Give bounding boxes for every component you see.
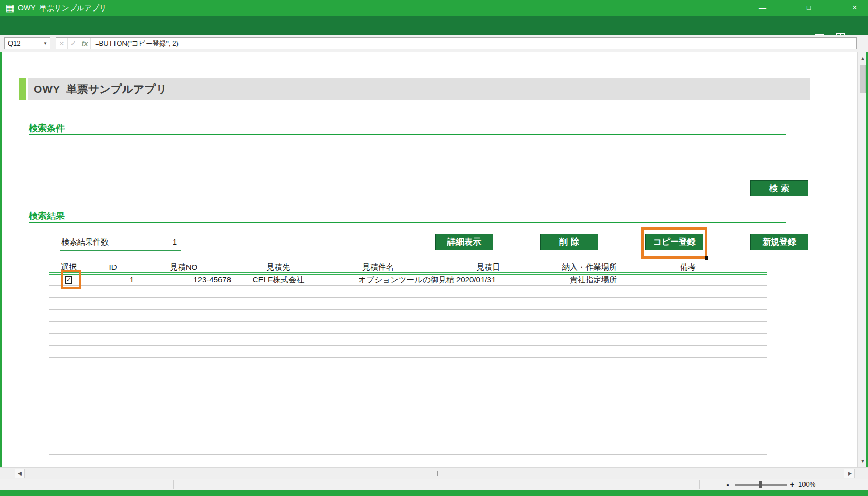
col-header-location: 納入・作業場所 xyxy=(525,262,654,272)
cell-id: 1 xyxy=(84,275,134,284)
zoom-in-button[interactable]: + xyxy=(788,479,797,490)
window-title: OWY_単票サンプルアプリ xyxy=(18,0,107,16)
cell-date: 2020/01/31 xyxy=(456,275,519,284)
col-header-remarks: 備考 xyxy=(656,262,719,272)
formula-enter-icon[interactable]: ✓ xyxy=(68,38,79,49)
detail-view-button[interactable]: 詳細表示 xyxy=(435,234,493,250)
search-results-underline xyxy=(29,222,786,223)
minimize-button[interactable]: — xyxy=(751,0,774,16)
scroll-right-icon[interactable]: ▶ xyxy=(845,469,854,478)
col-header-quote-no: 見積NO xyxy=(142,262,226,272)
result-count-underline xyxy=(60,250,181,251)
empty-row-line xyxy=(49,382,767,382)
empty-row-line xyxy=(49,357,767,358)
empty-row-line xyxy=(49,454,767,455)
namebox-dropdown-icon[interactable]: ▼ xyxy=(43,38,47,49)
cell-reference: Q12 xyxy=(8,39,21,47)
empty-row-line xyxy=(49,442,767,442)
empty-row-line xyxy=(49,430,767,430)
window-titlebar: ▦ OWY_単票サンプルアプリ — □ × xyxy=(0,0,868,16)
cell-name-box[interactable]: Q12 ▼ xyxy=(4,37,50,49)
delete-button[interactable]: 削除 xyxy=(540,234,598,250)
formula-cancel-icon[interactable]: × xyxy=(56,38,68,49)
new-register-button[interactable]: 新規登録 xyxy=(750,234,808,250)
page-title: OWY_単票サンプルアプリ xyxy=(34,78,167,100)
empty-row-line xyxy=(49,406,767,406)
empty-row-line xyxy=(49,418,767,418)
horizontal-scrollbar-thumb[interactable] xyxy=(25,469,844,478)
formula-bar: Q12 ▼ ×✓fx=BUTTON("コピー登録", 2) xyxy=(0,35,868,52)
horizontal-scrollbar-strip: ◀ ▶ xyxy=(0,467,868,479)
spreadsheet-app-icon: ▦ xyxy=(4,2,16,14)
col-header-customer: 見積先 xyxy=(231,262,326,272)
col-header-subject: 見積件名 xyxy=(326,262,431,272)
cell-location: 貴社指定場所 xyxy=(530,275,656,285)
col-header-date: 見積日 xyxy=(457,262,520,272)
empty-row-line xyxy=(49,309,767,310)
checkbox-highlight-box xyxy=(61,270,81,289)
search-results-heading: 検索結果 xyxy=(29,210,65,222)
insert-function-icon[interactable]: fx xyxy=(79,38,91,49)
zoom-level: 100% xyxy=(798,479,815,490)
page-title-accent-bar xyxy=(19,78,26,100)
empty-row-line xyxy=(49,370,767,370)
close-button[interactable]: × xyxy=(843,0,866,16)
result-count-value: 1 xyxy=(105,237,177,246)
zoom-slider-thumb[interactable] xyxy=(759,481,762,488)
status-bar: - + 100% xyxy=(0,479,868,490)
window-left-border xyxy=(0,52,2,467)
col-header-id: ID xyxy=(84,262,142,271)
empty-row-line xyxy=(49,345,767,346)
window-bottom-border xyxy=(0,490,868,496)
scrollbar-grip xyxy=(435,471,440,476)
status-divider xyxy=(699,480,700,489)
maximize-button[interactable]: □ xyxy=(797,0,820,16)
empty-row-line xyxy=(49,321,767,322)
search-conditions-heading: 検索条件 xyxy=(29,122,65,134)
cell-selection-handle[interactable] xyxy=(705,256,708,260)
zoom-out-button[interactable]: - xyxy=(724,479,732,490)
app-toolbar: x xyxy=(0,16,868,35)
result-count-label: 検索結果件数 xyxy=(61,237,109,247)
copy-button-highlight-box xyxy=(641,227,707,259)
search-button[interactable]: 検索 xyxy=(750,180,808,196)
scroll-left-icon[interactable]: ◀ xyxy=(15,469,25,478)
empty-row-line xyxy=(49,394,767,394)
row-bottom-line xyxy=(49,285,767,286)
cell-customer: CELF株式会社 xyxy=(231,275,326,285)
horizontal-scrollbar[interactable]: ◀ ▶ xyxy=(15,469,855,478)
cell-subject: オプションツールの御見積 xyxy=(326,275,454,285)
formula-text: =BUTTON("コピー登録", 2) xyxy=(91,38,179,49)
empty-row-line xyxy=(49,333,767,334)
empty-row-line xyxy=(49,297,767,298)
page-title-band: OWY_単票サンプルアプリ xyxy=(28,78,810,100)
search-conditions-underline xyxy=(29,134,786,135)
status-divider xyxy=(173,480,174,489)
cell-quote-no: 123-45678 xyxy=(142,275,231,284)
formula-field[interactable]: ×✓fx=BUTTON("コピー登録", 2) xyxy=(56,37,857,49)
vertical-scrollbar-thumb[interactable] xyxy=(860,65,866,93)
application-window: ▦ OWY_単票サンプルアプリ — □ × x Q12 ▼ ×✓fx=BUTTO… xyxy=(0,0,868,496)
